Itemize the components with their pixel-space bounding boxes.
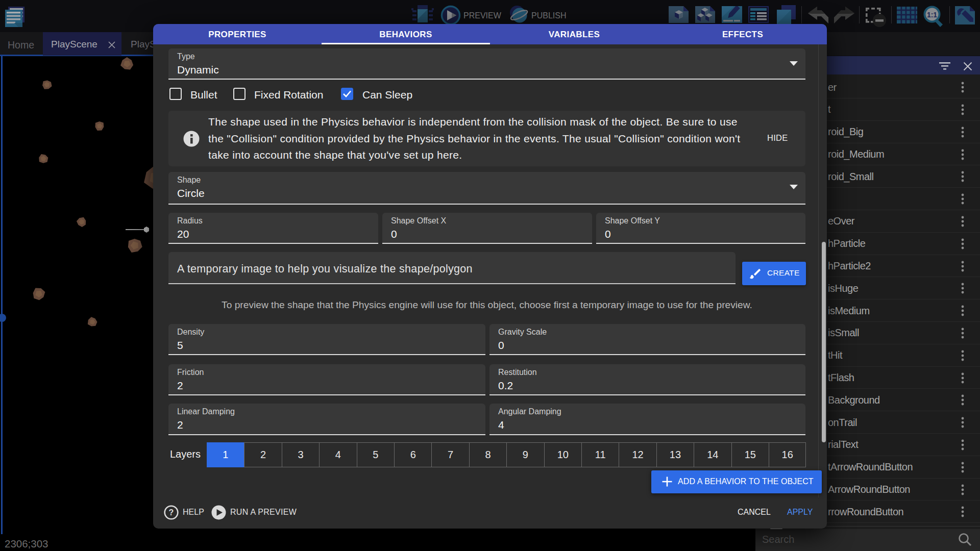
svg-text:?: ? bbox=[169, 508, 174, 517]
